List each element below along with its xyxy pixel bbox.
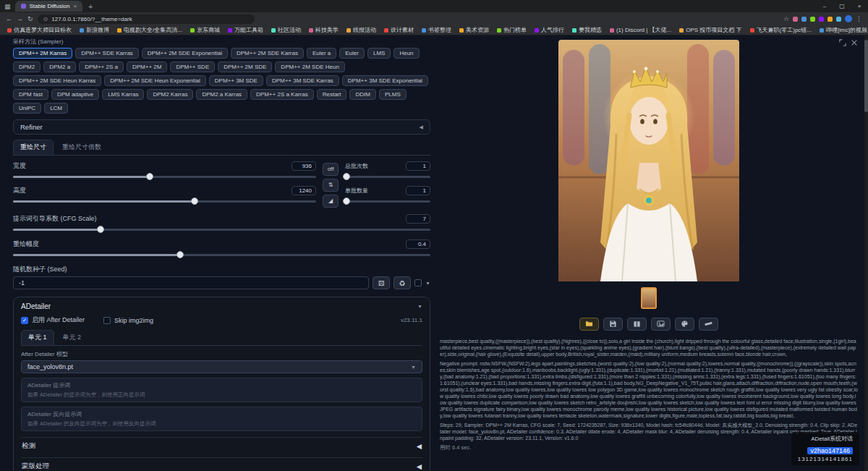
denoise-value[interactable]: 0.4 — [406, 239, 430, 249]
bookmark-item[interactable]: 哔哩[imc]的视频空... — [820, 26, 868, 34]
skip-img2img-checkbox[interactable]: Skip img2img — [103, 317, 153, 324]
extension-icon[interactable] — [801, 17, 807, 22]
height-slider[interactable] — [13, 198, 316, 205]
sampler-option[interactable]: DDIM — [349, 89, 375, 100]
close-gallery-icon[interactable] — [851, 39, 858, 46]
tab-close-icon[interactable]: × — [73, 3, 77, 9]
workspace-icon[interactable]: ▦ — [4, 3, 11, 10]
sampler-option[interactable]: DPM++ 2S a Karras — [250, 89, 314, 100]
bookmark-item[interactable]: 热门榜单 — [497, 26, 527, 34]
bookmark-item[interactable]: 要我精选 — [572, 26, 602, 34]
bookmark-item[interactable]: 万能工具箱 — [228, 26, 263, 34]
denoise-slider[interactable] — [13, 251, 430, 258]
bookmark-item[interactable]: 美术资源 — [459, 26, 489, 34]
sampler-option[interactable]: LMS — [367, 48, 391, 59]
profile-avatar[interactable] — [845, 15, 852, 22]
seed-input[interactable] — [13, 276, 369, 289]
sampler-option[interactable]: DPM++ 3M SDE — [209, 75, 263, 86]
window-close-button[interactable]: × — [851, 1, 868, 12]
extension-icon[interactable] — [810, 17, 815, 22]
sampler-option[interactable]: DPM fast — [13, 89, 48, 100]
bookmark-item[interactable]: 设计素材 — [384, 26, 414, 34]
bookmark-item[interactable]: OPS 投币项目文档 下 — [679, 26, 741, 34]
batch-size-value[interactable]: 1 — [406, 186, 430, 195]
scrollbar-thumb[interactable] — [864, 40, 868, 112]
sampler-option[interactable]: DPM2 a Karras — [196, 89, 247, 100]
width-value[interactable]: 936 — [292, 161, 316, 171]
site-info-icon[interactable]: ⊙ — [43, 16, 48, 22]
sampler-option[interactable]: DPM++ 2M Karras — [13, 48, 72, 59]
cfg-slider[interactable] — [13, 226, 430, 233]
minimize-button[interactable]: – — [816, 1, 833, 12]
adetailer-model-dropdown[interactable]: face_yolov8n.pt ▼ — [21, 360, 422, 373]
bookmark-item[interactable]: 电视剧大全/全集高清... — [117, 26, 182, 34]
mask-accordion[interactable]: 蒙版处理 ◀ — [21, 457, 422, 471]
chevron-down-icon[interactable]: ▼ — [425, 281, 430, 286]
save-button[interactable] — [603, 318, 623, 331]
aspect-off-button[interactable]: off — [323, 163, 339, 176]
sampler-option[interactable]: Restart — [317, 89, 347, 100]
window-scrollbar[interactable] — [864, 35, 868, 471]
tab-resize-by[interactable]: 重绘尺寸倍数 — [55, 140, 109, 155]
bookmark-item[interactable]: 科技美学 — [309, 26, 339, 34]
height-value[interactable]: 1240 — [292, 186, 316, 195]
sampler-option[interactable]: DPM++ 2M SDE — [218, 61, 272, 72]
address-bar[interactable]: ⊙ 127.0.0.1:7860/?__theme=dark — [38, 14, 255, 24]
fullscreen-icon[interactable] — [839, 39, 846, 46]
browser-menu-icon[interactable]: ⋮ — [856, 15, 862, 22]
save-zip-button[interactable] — [627, 318, 647, 331]
sampler-option[interactable]: Euler — [339, 48, 365, 59]
extension-icon[interactable] — [819, 17, 824, 22]
sampler-option[interactable]: LMS Karras — [102, 89, 144, 100]
tab-resize-to[interactable]: 重绘尺寸 — [13, 140, 54, 155]
sampler-option[interactable]: DPM++ SDE Karras — [75, 48, 139, 59]
batch-count-value[interactable]: 1 — [406, 161, 430, 171]
sampler-option[interactable]: UniPC — [13, 103, 41, 114]
sampler-option[interactable]: Euler a — [307, 48, 336, 59]
resize-from-image-icon[interactable]: ◢ — [323, 195, 339, 208]
adetailer-header[interactable]: ADetailer ▼ — [21, 302, 422, 310]
bookmark-item[interactable]: 仿真造梦大师目目粉衣 — [7, 26, 72, 34]
batch-size-slider[interactable] — [345, 198, 430, 205]
adetailer-prompt-textarea[interactable]: ADetailer 提示词 如果 ADetailer 的提示词为空，则使用正向提… — [21, 378, 422, 402]
sampler-option[interactable]: Heun — [393, 48, 419, 59]
new-tab-button[interactable]: + — [88, 2, 93, 11]
tab-unit-2[interactable]: 单元 2 — [56, 330, 89, 345]
sampler-option[interactable]: DPM++ 2M SDE Heun — [275, 61, 344, 72]
sampler-option[interactable]: DPM2 Karras — [147, 89, 193, 100]
sampler-option[interactable]: DPM2 — [13, 61, 41, 72]
swap-dimensions-icon[interactable]: ⇅ — [323, 179, 339, 192]
sampler-option[interactable]: DPM++ 2M — [127, 61, 167, 72]
bookmark-star-icon[interactable]: ☆ — [783, 15, 789, 22]
back-icon[interactable]: ← — [6, 15, 12, 22]
sampler-option[interactable]: PLMS — [379, 89, 407, 100]
send-to-inpaint-button[interactable] — [675, 318, 694, 331]
bookmark-item[interactable]: 社区活动 — [271, 26, 301, 34]
reuse-seed-recycle-icon[interactable]: ♻ — [393, 276, 411, 289]
generated-image[interactable] — [558, 40, 739, 284]
cfg-value[interactable]: 7 — [406, 214, 430, 224]
bookmark-item[interactable]: (1) Discord | 【大佬... — [610, 26, 671, 34]
sampler-option[interactable]: DPM++ 2M SDE Heun Karras — [13, 75, 101, 86]
send-to-img2img-button[interactable] — [651, 318, 671, 331]
sampler-option[interactable]: DPM++ 3M SDE Exponential — [342, 75, 428, 86]
width-slider[interactable] — [13, 173, 316, 180]
bookmark-item[interactable]: 线报活动 — [346, 26, 376, 34]
batch-count-slider[interactable] — [345, 173, 430, 180]
gallery-thumbnail[interactable] — [641, 287, 657, 309]
sampler-option[interactable]: DPM adaptive — [51, 89, 99, 100]
adetailer-negative-textarea[interactable]: ADetailer 反向提示词 如果 ADetailer 的反向提示词为空，则使… — [21, 407, 422, 431]
sampler-option[interactable]: DPM++ SDE — [170, 61, 215, 72]
extension-icon[interactable] — [827, 17, 833, 22]
bookmark-item[interactable]: 新浪微博 — [80, 26, 109, 34]
random-seed-dice-icon[interactable]: ⚄ — [373, 276, 390, 289]
sampler-option[interactable]: DPM++ 2S a — [79, 61, 124, 72]
bookmark-item[interactable]: 书签整理 — [422, 26, 451, 34]
extension-icon[interactable] — [836, 17, 841, 22]
sampler-option[interactable]: DPM++ 3M SDE Karras — [266, 75, 339, 86]
refresh-icon[interactable]: ↻ — [27, 15, 33, 22]
extension-icon[interactable] — [793, 17, 798, 22]
tab-unit-1[interactable]: 单元 1 — [21, 330, 54, 345]
enable-adetailer-checkbox[interactable]: ✓ 启用 After Detailer — [21, 315, 85, 325]
refiner-accordion[interactable]: Refiner ◀ — [13, 119, 430, 135]
